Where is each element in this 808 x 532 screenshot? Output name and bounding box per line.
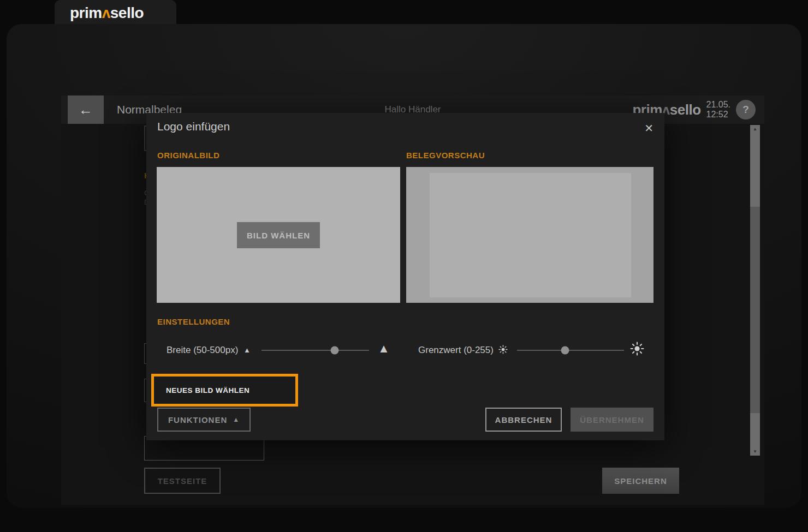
original-image-area: BILD WÄHLEN: [157, 167, 400, 303]
date-text: 21.05.: [706, 100, 730, 110]
testpage-button[interactable]: TESTSEITE: [144, 468, 221, 494]
browser-tab[interactable]: primʌsello: [55, 0, 176, 26]
logo-caret-mark: ʌ: [102, 4, 110, 21]
menu-item-label: NEUES BILD WÄHLEN: [166, 386, 249, 394]
scrollbar-thumb[interactable]: [750, 207, 760, 413]
scroll-down-icon[interactable]: ▼: [750, 447, 760, 456]
brightness-high-icon[interactable]: [630, 342, 644, 358]
back-button[interactable]: ←: [68, 95, 104, 124]
width-increase-icon[interactable]: ▲: [378, 343, 390, 355]
functions-button[interactable]: FUNKTIONEN ▲: [157, 408, 251, 432]
width-decrease-icon[interactable]: ▲: [243, 346, 251, 354]
width-slider-label: Breite (50-500px): [167, 345, 238, 356]
apply-button[interactable]: ÜBERNEHMEN: [571, 408, 653, 432]
choose-image-button[interactable]: BILD WÄHLEN: [237, 222, 320, 248]
width-slider-thumb[interactable]: [330, 346, 338, 355]
width-slider-track[interactable]: [262, 350, 369, 351]
back-arrow-icon: ←: [79, 101, 93, 118]
question-mark-icon: ?: [742, 104, 749, 116]
save-button[interactable]: SPEICHERN: [602, 468, 679, 494]
dialog-title: Logo einfügen: [157, 120, 230, 133]
logo-insert-dialog: Logo einfügen ✕ ORIGINALBILD BELEGVORSCH…: [146, 113, 664, 440]
chevron-up-icon: ▲: [233, 416, 240, 423]
threshold-slider-track[interactable]: [517, 350, 624, 351]
primasello-logo: primʌsello: [70, 4, 144, 22]
time-text: 12:52: [706, 110, 730, 119]
threshold-slider-thumb[interactable]: [561, 346, 569, 355]
scroll-up-icon[interactable]: ▲: [750, 125, 760, 133]
receipt-preview-paper: [430, 173, 631, 297]
screenshot-stage: primʌsello Hallo Händler ← Normalbeleg p…: [0, 0, 808, 532]
close-icon[interactable]: ✕: [642, 119, 656, 137]
menu-item-new-image[interactable]: NEUES BILD WÄHLEN: [151, 374, 298, 407]
threshold-slider-label: Grenzwert (0-255): [418, 345, 494, 356]
help-button[interactable]: ?: [736, 100, 756, 119]
cancel-button[interactable]: ABBRECHEN: [485, 408, 562, 432]
datetime-display: 21.05. 12:52: [706, 100, 730, 119]
vertical-scrollbar[interactable]: ▲ ▼: [750, 125, 760, 456]
receipt-preview-label: BELEGVORSCHAU: [406, 151, 485, 160]
settings-label: EINSTELLUNGEN: [157, 317, 230, 326]
receipt-preview-area: [406, 167, 653, 303]
brightness-low-icon[interactable]: [498, 345, 508, 356]
original-image-label: ORIGINALBILD: [157, 151, 219, 160]
